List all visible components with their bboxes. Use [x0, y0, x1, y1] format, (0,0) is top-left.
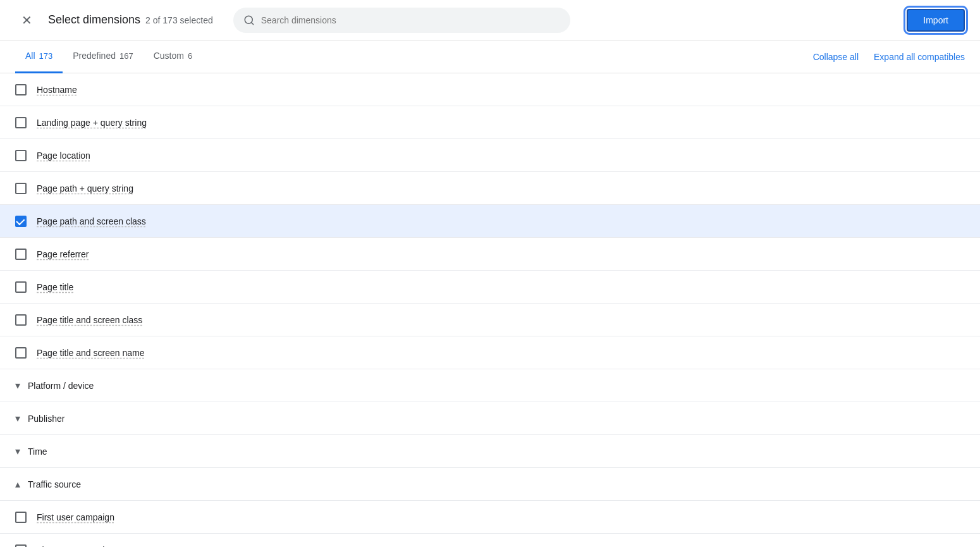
- item-label-page-title: Page title: [37, 282, 73, 292]
- section-label-publisher: Publisher: [28, 414, 64, 424]
- dimensions-list: Hostname Landing page + query string Pag…: [0, 73, 980, 547]
- section-publisher[interactable]: ▾ Publisher: [0, 402, 980, 435]
- tab-custom-label: Custom: [154, 51, 184, 61]
- svg-line-1: [251, 22, 253, 24]
- list-item[interactable]: First user campaign ID: [0, 534, 980, 547]
- tab-predefined[interactable]: Predefined 167: [63, 40, 143, 73]
- chevron-down-icon: ▾: [15, 412, 20, 424]
- list-item[interactable]: Page title and screen class: [0, 304, 980, 336]
- checkbox-page-path-screen-class[interactable]: [15, 216, 27, 227]
- list-item[interactable]: Page title: [0, 271, 980, 304]
- list-item[interactable]: Page path + query string: [0, 172, 980, 205]
- tab-predefined-count: 167: [119, 51, 133, 61]
- tab-custom[interactable]: Custom 6: [144, 40, 202, 73]
- checkbox-page-referrer[interactable]: [15, 249, 27, 260]
- close-button[interactable]: ✕: [15, 9, 38, 32]
- checkbox-page-title[interactable]: [15, 281, 27, 293]
- title-section: Select dimensions 2 of 173 selected: [48, 13, 213, 27]
- selection-count: 2 of 173 selected: [145, 15, 213, 25]
- list-item[interactable]: Page referrer: [0, 238, 980, 271]
- search-input[interactable]: [261, 15, 560, 25]
- section-label-platform-device: Platform / device: [28, 381, 94, 391]
- search-icon: [243, 15, 255, 26]
- collapse-all-button[interactable]: Collapse all: [813, 52, 859, 62]
- list-item[interactable]: Page location: [0, 139, 980, 172]
- chevron-up-icon: ▴: [15, 478, 20, 490]
- tab-all-count: 173: [39, 51, 53, 61]
- header: ✕ Select dimensions 2 of 173 selected Im…: [0, 0, 980, 40]
- item-label-hostname: Hostname: [37, 85, 77, 95]
- list-item[interactable]: Hostname: [0, 73, 980, 106]
- item-label-page-referrer: Page referrer: [37, 249, 89, 259]
- item-label-first-user-campaign: First user campaign: [37, 512, 114, 522]
- checkbox-landing-page-query[interactable]: [15, 117, 27, 128]
- tab-all-label: All: [25, 51, 35, 61]
- item-label-page-title-screen-class: Page title and screen class: [37, 315, 142, 325]
- list-item[interactable]: Landing page + query string: [0, 106, 980, 139]
- chevron-down-icon: ▾: [15, 379, 20, 391]
- search-container: [233, 8, 570, 33]
- expand-all-compatibles-button[interactable]: Expand all compatibles: [874, 52, 965, 62]
- list-item[interactable]: First user campaign: [0, 501, 980, 534]
- section-label-time: Time: [28, 446, 47, 457]
- tabs-bar: All 173 Predefined 167 Custom 6 Collapse…: [0, 40, 980, 73]
- item-label-first-user-campaign-id: First user campaign ID: [37, 545, 126, 548]
- tabs-actions: Collapse all Expand all compatibles: [813, 52, 965, 62]
- item-label-page-title-screen-name: Page title and screen name: [37, 348, 144, 358]
- tabs-container: All 173 Predefined 167 Custom 6: [15, 40, 202, 73]
- item-label-landing-page-query: Landing page + query string: [37, 118, 147, 128]
- item-label-page-location: Page location: [37, 151, 90, 161]
- page-title: Select dimensions: [48, 13, 140, 27]
- section-traffic-source[interactable]: ▴ Traffic source: [0, 468, 980, 501]
- close-icon: ✕: [21, 13, 32, 28]
- section-time[interactable]: ▾ Time: [0, 435, 980, 468]
- list-item[interactable]: Page title and screen name: [0, 336, 980, 369]
- checkbox-page-title-screen-class[interactable]: [15, 314, 27, 326]
- chevron-down-icon: ▾: [15, 445, 20, 457]
- checkbox-first-user-campaign-id[interactable]: [15, 544, 27, 548]
- list-item-selected[interactable]: Page path and screen class: [0, 205, 980, 238]
- checkbox-page-title-screen-name[interactable]: [15, 347, 27, 359]
- item-label-page-path-screen-class: Page path and screen class: [37, 216, 146, 226]
- section-label-traffic-source: Traffic source: [28, 479, 81, 489]
- tab-custom-count: 6: [188, 51, 192, 61]
- checkbox-hostname[interactable]: [15, 84, 27, 95]
- item-label-page-path-query: Page path + query string: [37, 183, 133, 194]
- section-platform-device[interactable]: ▾ Platform / device: [0, 369, 980, 402]
- checkbox-first-user-campaign[interactable]: [15, 512, 27, 523]
- checkbox-page-path-query[interactable]: [15, 183, 27, 194]
- import-button[interactable]: Import: [907, 9, 965, 32]
- tab-all[interactable]: All 173: [15, 40, 63, 73]
- tab-predefined-label: Predefined: [73, 51, 116, 61]
- checkbox-page-location[interactable]: [15, 150, 27, 161]
